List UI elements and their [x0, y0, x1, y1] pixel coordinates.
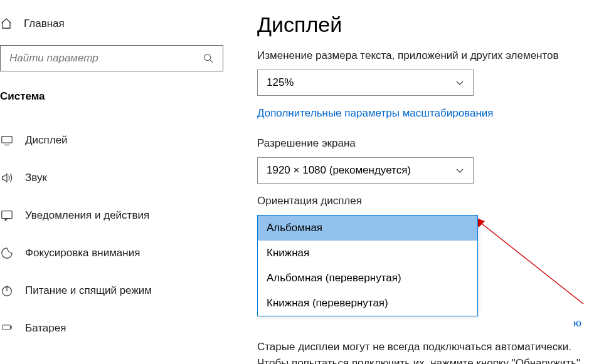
resolution-label: Разрешение экрана: [257, 137, 589, 150]
orientation-dropdown-open[interactable]: Альбомная Книжная Альбомная (перевернута…: [257, 215, 478, 316]
scale-label: Изменение размера текста, приложений и д…: [257, 49, 589, 62]
search-input[interactable]: [9, 52, 203, 65]
focus-icon: [0, 246, 14, 260]
sidebar-item-label: Фокусировка внимания: [25, 247, 140, 259]
sound-icon: [0, 171, 14, 185]
sidebar-item-label: Уведомления и действия: [25, 209, 149, 222]
sidebar-item-label: Дисплей: [25, 134, 68, 147]
sidebar-item-sound[interactable]: Звук: [0, 159, 232, 197]
footer-text: Старые дисплеи могут не всегда подключат…: [257, 339, 586, 364]
main-content: Дисплей Изменение размера текста, прилож…: [232, 0, 589, 364]
section-title: Система: [0, 90, 232, 103]
chevron-down-icon: [455, 78, 464, 87]
orientation-option[interactable]: Книжная: [258, 241, 477, 266]
sidebar-item-notifications[interactable]: Уведомления и действия: [0, 197, 232, 234]
sidebar-item-label: Питание и спящий режим: [25, 284, 152, 297]
advanced-scaling-link[interactable]: Дополнительные параметры масштабирования: [257, 107, 589, 120]
battery-icon: [0, 321, 14, 335]
sidebar-item-label: Батарея: [25, 322, 66, 335]
sidebar-item-focus[interactable]: Фокусировка внимания: [0, 234, 232, 272]
search-icon: [203, 53, 214, 64]
sidebar: Главная Система Дисплей: [0, 0, 232, 364]
sidebar-item-battery[interactable]: Батарея: [0, 309, 232, 347]
home-icon: [0, 18, 13, 30]
svg-rect-4: [2, 211, 12, 219]
orientation-option[interactable]: Книжная (перевернутая): [258, 291, 477, 316]
notifications-icon: [0, 209, 14, 222]
svg-rect-2: [2, 136, 12, 143]
svg-rect-7: [3, 325, 11, 330]
home-label: Главная: [24, 18, 65, 30]
svg-rect-8: [11, 326, 11, 328]
resolution-value: 1920 × 1080 (рекомендуется): [267, 164, 411, 177]
scale-value: 125%: [267, 76, 294, 89]
sidebar-item-label: Звук: [25, 172, 47, 184]
orientation-label: Ориентация дисплея: [257, 195, 589, 207]
sidebar-item-display[interactable]: Дисплей: [0, 122, 232, 159]
orientation-option[interactable]: Альбомная (перевернутая): [258, 266, 477, 291]
link-partial[interactable]: ю: [573, 317, 581, 330]
orientation-option[interactable]: Альбомная: [258, 216, 477, 241]
resolution-dropdown[interactable]: 1920 × 1080 (рекомендуется): [257, 157, 474, 184]
search-box[interactable]: [0, 45, 223, 71]
page-title: Дисплей: [257, 13, 589, 37]
sidebar-item-power[interactable]: Питание и спящий режим: [0, 272, 232, 309]
scale-dropdown[interactable]: 125%: [257, 70, 474, 96]
chevron-down-icon: [455, 166, 464, 175]
display-icon: [0, 133, 14, 147]
home-link[interactable]: Главная: [0, 18, 232, 45]
svg-line-1: [210, 60, 213, 63]
svg-point-0: [204, 55, 211, 61]
power-icon: [0, 284, 14, 298]
